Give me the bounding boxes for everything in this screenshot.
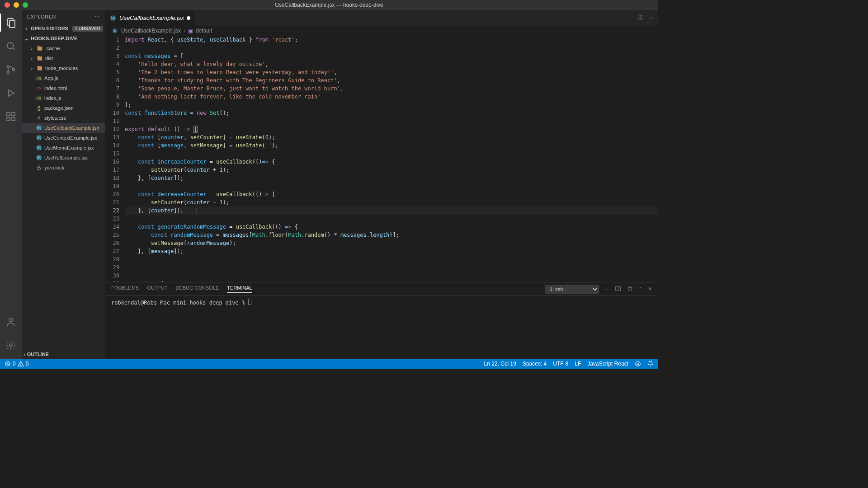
file-item[interactable]: UseRefExample.jsx	[22, 153, 105, 163]
breadcrumb-symbol[interactable]: default	[196, 28, 212, 34]
svg-point-47	[20, 365, 21, 366]
status-feedback-icon[interactable]	[635, 361, 641, 367]
file-item[interactable]: {}package.json	[22, 103, 105, 113]
code-content[interactable]: import React, { useState, useCallback } …	[125, 36, 658, 282]
panel-tab-problems[interactable]: PROBLEMS	[111, 285, 139, 293]
file-item[interactable]: JSApp.js	[22, 73, 105, 83]
debug-icon[interactable]	[0, 84, 22, 102]
split-terminal-icon[interactable]	[615, 286, 621, 293]
svg-rect-8	[7, 113, 10, 116]
svg-point-37	[114, 30, 115, 31]
folder-name: HOOKS-DEEP-DIVE	[31, 36, 77, 41]
more-actions-icon[interactable]: ⋯	[648, 15, 654, 21]
svg-rect-10	[12, 117, 15, 121]
file-item[interactable]: UseContextExample.jsx	[22, 133, 105, 143]
file-item[interactable]: UseMemoExample.jsx	[22, 143, 105, 153]
status-eol[interactable]: LF	[575, 361, 581, 367]
status-language[interactable]: JavaScript React	[587, 361, 628, 367]
open-editors-label: OPEN EDITORS	[31, 26, 68, 31]
explorer-icon[interactable]	[0, 14, 22, 32]
svg-point-13	[9, 344, 12, 347]
terminal[interactable]: robkendal@Robs-Mac-mini hooks-deep-dive …	[105, 296, 658, 359]
react-icon	[35, 134, 42, 141]
tree-item-label: node_modules	[45, 66, 78, 71]
tree-item-label: .cache	[45, 46, 60, 51]
panel-tab-output[interactable]: OUTPUT	[147, 285, 167, 293]
terminal-selector[interactable]: 1: zsh	[545, 285, 599, 294]
split-editor-icon[interactable]	[637, 14, 644, 22]
html-icon: <>	[35, 84, 42, 92]
svg-rect-30	[38, 168, 41, 170]
breadcrumb-separator: ›	[184, 28, 185, 34]
status-encoding[interactable]: UTF-8	[553, 361, 568, 367]
tree-item-label: dist	[45, 56, 53, 61]
css-icon: #	[35, 114, 42, 122]
terminal-cursor	[248, 299, 251, 305]
sidebar-title: EXPLORER ⋯	[22, 10, 105, 23]
react-file-icon	[109, 14, 117, 22]
folder-icon	[36, 55, 43, 62]
bottom-panel: PROBLEMSOUTPUTDEBUG CONSOLETERMINAL 1: z…	[105, 282, 658, 359]
svg-point-2	[7, 42, 14, 49]
source-control-icon[interactable]	[0, 61, 22, 79]
file-item[interactable]: JSindex.js	[22, 93, 105, 103]
editor-area: UseCallbackExample.jsx ⋯ UseCallbackExam…	[105, 10, 658, 359]
react-icon	[35, 144, 42, 151]
react-icon	[35, 154, 42, 161]
file-item[interactable]: UseCallbackExample.jsx	[22, 123, 105, 133]
file-item[interactable]: yarn.lock	[22, 163, 105, 173]
folder-header[interactable]: ⌄ HOOKS-DEEP-DIVE	[22, 33, 105, 43]
lock-icon	[35, 164, 42, 171]
svg-point-50	[638, 363, 639, 364]
extensions-icon[interactable]	[0, 108, 22, 126]
chevron-right-icon: ›	[29, 66, 34, 71]
status-errors[interactable]: 0 0	[5, 361, 28, 367]
maximize-window-button[interactable]	[23, 2, 28, 8]
js-icon: JS	[35, 94, 42, 102]
panel-tabs: PROBLEMSOUTPUTDEBUG CONSOLETERMINAL 1: z…	[105, 282, 658, 296]
new-terminal-icon[interactable]: ＋	[604, 286, 609, 292]
editor-tab[interactable]: UseCallbackExample.jsx	[105, 10, 195, 26]
line-gutter: 1234567891011121314151617181920212223242…	[105, 36, 125, 282]
search-icon[interactable]	[0, 37, 22, 55]
outline-header[interactable]: › OUTLINE	[22, 349, 105, 359]
chevron-right-icon: ›	[24, 26, 29, 31]
svg-point-12	[9, 318, 13, 322]
minimize-window-button[interactable]	[14, 2, 19, 8]
file-item[interactable]: #styles.css	[22, 113, 105, 123]
editor-tabs: UseCallbackExample.jsx ⋯	[105, 10, 658, 26]
breadcrumb[interactable]: UseCallbackExample.jsx › ▣ default	[105, 26, 658, 36]
status-indent[interactable]: Spaces: 4	[523, 361, 547, 367]
svg-point-4	[7, 66, 9, 68]
svg-rect-9	[7, 117, 10, 121]
panel-tab-debug-console[interactable]: DEBUG CONSOLE	[175, 285, 219, 293]
open-editors-header[interactable]: › OPEN EDITORS 1 UNSAVED	[22, 23, 105, 33]
svg-point-22	[38, 147, 39, 148]
settings-gear-icon[interactable]	[0, 336, 22, 354]
file-item[interactable]: <>index.html	[22, 83, 105, 93]
tree-item-label: UseMemoExample.jsx	[44, 145, 94, 150]
svg-point-18	[38, 137, 39, 138]
kill-terminal-icon[interactable]	[627, 286, 633, 293]
svg-marker-7	[9, 90, 14, 96]
sidebar: EXPLORER ⋯ › OPEN EDITORS 1 UNSAVED ⌄ HO…	[22, 10, 105, 359]
close-panel-icon[interactable]: ✕	[648, 286, 652, 292]
tree-item-label: styles.css	[44, 115, 66, 121]
folder-item[interactable]: ›dist	[22, 53, 105, 63]
code-editor[interactable]: 1234567891011121314151617181920212223242…	[105, 36, 658, 282]
status-cursor-pos[interactable]: Ln 22, Col 19	[484, 361, 516, 367]
close-window-button[interactable]	[5, 2, 10, 8]
breadcrumb-file[interactable]: UseCallbackExample.jsx	[121, 28, 181, 34]
window-title: UseCallbackExample.jsx — hooks-deep-dive	[0, 2, 658, 8]
sidebar-title-label: EXPLORER	[27, 14, 56, 19]
maximize-panel-icon[interactable]: ⌃	[638, 286, 642, 292]
json-icon: {}	[35, 104, 42, 112]
tree-item-label: index.html	[44, 85, 67, 91]
sidebar-more-icon[interactable]: ⋯	[94, 14, 100, 20]
folder-item[interactable]: ›.cache	[22, 43, 105, 53]
account-icon[interactable]	[0, 313, 22, 331]
status-notifications-icon[interactable]	[647, 361, 654, 367]
folder-item[interactable]: ›node_modules	[22, 63, 105, 73]
panel-tab-terminal[interactable]: TERMINAL	[227, 285, 252, 293]
tree-item-label: package.json	[44, 105, 74, 111]
